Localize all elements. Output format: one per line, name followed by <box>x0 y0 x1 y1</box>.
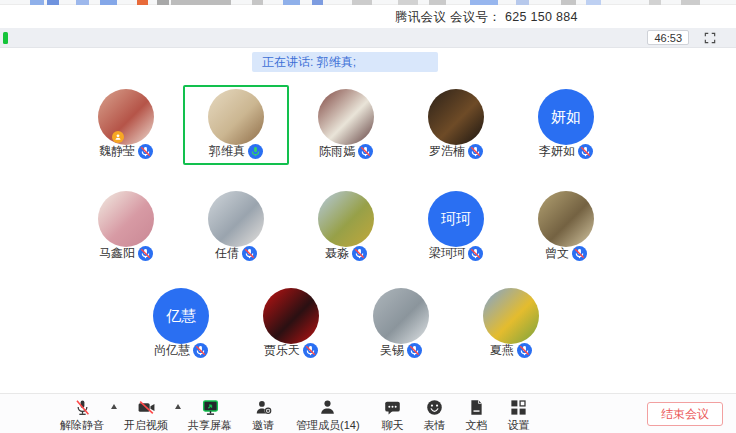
participant-name: 贾乐天 <box>264 342 300 359</box>
participant-row: 马鑫阳 任倩 <box>0 187 714 267</box>
participant-name-row: 马鑫阳 <box>99 245 153 262</box>
participant-name: 罗浩楠 <box>429 143 465 160</box>
mic-status-icon <box>468 246 483 261</box>
participant-tile[interactable]: 贾乐天 <box>238 284 344 364</box>
toolbar-item-label: 设置 <box>508 418 530 433</box>
participant-tile[interactable]: 马鑫阳 <box>73 187 179 267</box>
participant-name: 梁珂珂 <box>429 245 465 262</box>
participant-name-row: 罗浩楠 <box>429 143 483 160</box>
window-title-bar: 腾讯会议 会议号： 625 150 884 <box>0 6 736 28</box>
meeting-window: 腾讯会议 会议号： 625 150 884 46:53 正在讲话: 郭维真; 魏… <box>0 0 736 433</box>
mic-status-icon <box>248 144 263 159</box>
mic-status-icon <box>138 246 153 261</box>
participant-tile[interactable]: 吴锡 <box>348 284 454 364</box>
participant-tile[interactable]: 聂淼 <box>293 187 399 267</box>
participant-name-row: 李妍如 <box>539 143 593 160</box>
avatar-photo <box>318 191 374 247</box>
toolbar-item-label: 表情 <box>424 418 446 433</box>
mic-status-icon <box>407 343 422 358</box>
mic-status-icon <box>468 144 483 159</box>
toolbar-item-docs[interactable]: 文档 <box>456 395 498 433</box>
mic-status-icon <box>578 144 593 159</box>
toolbar-item-chat[interactable]: 聊天 <box>372 395 414 433</box>
end-meeting-button[interactable]: 结束会议 <box>647 402 723 426</box>
toolbar-item-label: 共享屏幕 <box>188 418 232 433</box>
participant-name: 任倩 <box>215 245 239 262</box>
emoji-icon <box>425 398 444 417</box>
avatar-initials: 妍如 <box>538 89 594 145</box>
participant-name-row: 吴锡 <box>380 342 422 359</box>
participant-tile[interactable]: 罗浩楠 <box>403 85 509 165</box>
participant-tile[interactable]: 妍如 李妍如 <box>513 85 619 165</box>
host-badge-icon <box>112 131 124 143</box>
participant-tile[interactable]: 陈雨嫣 <box>293 85 399 165</box>
mic-status-icon <box>303 343 318 358</box>
participant-tile[interactable]: 任倩 <box>183 187 289 267</box>
toolbar-item-start-video[interactable]: 开启视频 <box>114 395 178 433</box>
toolbar-item-label: 开启视频 <box>124 418 168 433</box>
participant-tile[interactable]: 亿慧 尚亿慧 <box>128 284 234 364</box>
settings-icon <box>509 398 528 417</box>
signal-icon <box>3 32 8 44</box>
browser-tabs-sliver <box>0 0 736 5</box>
participant-name: 曾文 <box>545 245 569 262</box>
toolbar-item-label: 文档 <box>466 418 488 433</box>
mic-status-icon <box>242 246 257 261</box>
mic-status-icon <box>517 343 532 358</box>
avatar-photo <box>98 191 154 247</box>
participant-name: 夏燕 <box>490 342 514 359</box>
camera-muted-icon <box>137 398 156 417</box>
participant-name-row: 郭维真 <box>209 143 263 160</box>
toolbar-item-settings[interactable]: 设置 <box>498 395 540 433</box>
avatar-initials: 珂珂 <box>428 191 484 247</box>
toolbar-item-emoji[interactable]: 表情 <box>414 395 456 433</box>
participant-name-row: 贾乐天 <box>264 342 318 359</box>
toolbar-item-label: 解除静音 <box>60 418 104 433</box>
participant-name: 聂淼 <box>325 245 349 262</box>
participant-name: 吴锡 <box>380 342 404 359</box>
avatar-photo <box>538 191 594 247</box>
toolbar-item-share-screen[interactable]: 共享屏幕 <box>178 395 242 433</box>
participant-name-row: 曾文 <box>545 245 587 262</box>
avatar-photo <box>318 89 374 145</box>
avatar-photo <box>483 288 539 344</box>
toolbar-item-members[interactable]: 管理成员(14) <box>284 395 372 433</box>
mic-status-icon <box>358 144 373 159</box>
avatar-photo <box>208 89 264 145</box>
avatar-photo <box>208 191 264 247</box>
mic-status-icon <box>572 246 587 261</box>
meeting-status-bar: 46:53 <box>0 28 736 48</box>
participant-tile[interactable]: 曾文 <box>513 187 619 267</box>
mic-status-icon <box>193 343 208 358</box>
toolbar-items: 解除静音 开启视频 共享屏幕 邀请 管理成员(14) 聊天 表情 文档 设置 <box>50 395 540 433</box>
participant-name: 郭维真 <box>209 143 245 160</box>
screen-share-icon <box>201 398 220 417</box>
participant-name: 李妍如 <box>539 143 575 160</box>
toolbar-item-unmute[interactable]: 解除静音 <box>50 395 114 433</box>
bottom-toolbar: 解除静音 开启视频 共享屏幕 邀请 管理成员(14) 聊天 表情 文档 设置 结… <box>0 393 736 433</box>
toolbar-item-label: 聊天 <box>382 418 404 433</box>
toolbar-item-label: 管理成员(14) <box>296 418 360 433</box>
avatar-photo <box>428 89 484 145</box>
toolbar-item-invite[interactable]: 邀请 <box>242 395 284 433</box>
participant-name: 马鑫阳 <box>99 245 135 262</box>
participant-name-row: 任倩 <box>215 245 257 262</box>
participant-row: 魏静莹 郭维真 <box>0 85 714 165</box>
invite-icon <box>254 398 273 417</box>
speaking-banner: 正在讲话: 郭维真; <box>252 52 438 72</box>
participant-tile[interactable]: 魏静莹 <box>73 85 179 165</box>
participant-tile[interactable]: 夏燕 <box>458 284 564 364</box>
mic-status-icon <box>138 144 153 159</box>
meeting-timer: 46:53 <box>647 30 689 45</box>
fullscreen-icon[interactable] <box>703 31 717 45</box>
members-icon <box>318 398 337 417</box>
avatar-initials: 亿慧 <box>153 288 209 344</box>
participant-name-row: 魏静莹 <box>99 143 153 160</box>
participant-tile[interactable]: 郭维真 <box>183 85 289 165</box>
doc-icon <box>467 398 486 417</box>
participant-name-row: 梁珂珂 <box>429 245 483 262</box>
participant-tile[interactable]: 珂珂 梁珂珂 <box>403 187 509 267</box>
mic-muted-icon <box>73 398 92 417</box>
avatar-photo <box>263 288 319 344</box>
avatar-photo <box>98 89 154 145</box>
